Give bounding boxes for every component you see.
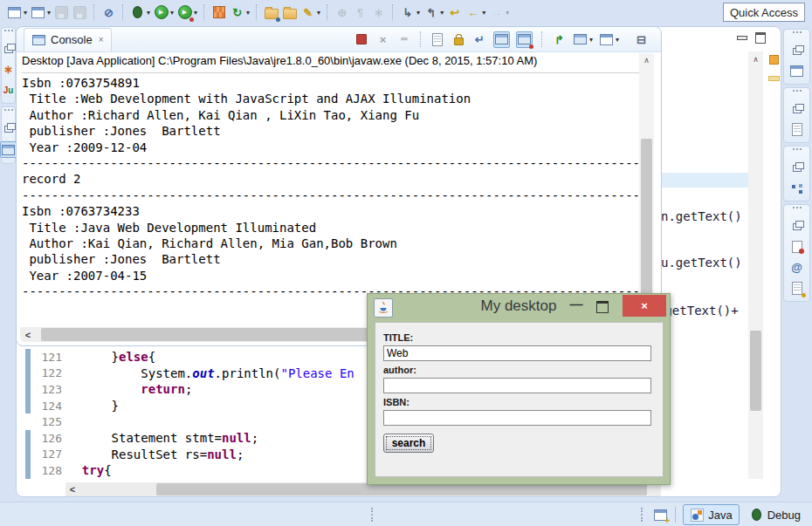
- word-wrap-icon-button[interactable]: ↵: [471, 30, 489, 49]
- scroll-lock-icon-button[interactable]: [450, 30, 468, 49]
- restore-view-icon[interactable]: [1, 120, 16, 135]
- console-vertical-scrollbar[interactable]: ∧: [639, 53, 654, 326]
- debug-icon-button[interactable]: ▾: [128, 3, 152, 22]
- dialog-maximize-icon[interactable]: [596, 301, 609, 313]
- console-output[interactable]: Isbn :0763754891 Title :Web Development …: [22, 75, 638, 324]
- run-icon-button[interactable]: ▶▾: [152, 3, 175, 22]
- debug-icon[interactable]: [130, 5, 145, 20]
- previous-annotation-icon[interactable]: ↰: [423, 5, 438, 20]
- pin-console-icon[interactable]: ↱: [552, 32, 567, 47]
- dropdown-arrow-icon[interactable]: ▾: [482, 9, 485, 17]
- scrollbar-thumb[interactable]: [156, 483, 647, 495]
- scroll-up-icon[interactable]: ∧: [748, 51, 763, 64]
- dropdown-arrow-icon[interactable]: ▾: [317, 9, 320, 17]
- run-coverage-icon[interactable]: ▶: [177, 5, 192, 20]
- drag-handle[interactable]: [4, 30, 13, 34]
- author-input[interactable]: [383, 378, 651, 393]
- save-all-icon[interactable]: [72, 5, 87, 20]
- tab-console[interactable]: Console ×: [24, 28, 112, 51]
- display-console-icon[interactable]: [573, 32, 588, 47]
- show-stdout-icon-button[interactable]: [492, 30, 512, 49]
- overview-annotation-marker[interactable]: [769, 55, 779, 65]
- open-folder-icon-button[interactable]: [280, 3, 299, 22]
- drag-handle[interactable]: [793, 207, 802, 211]
- skip-breakpoints-icon[interactable]: ⊘: [101, 5, 116, 20]
- dialog-close-icon[interactable]: ×: [623, 295, 666, 317]
- import-projects-icon-button[interactable]: [262, 3, 280, 22]
- back-icon-button[interactable]: ←▾: [464, 3, 487, 22]
- next-annotation-icon-button[interactable]: ↳▾: [398, 3, 422, 22]
- remove-launch-icon[interactable]: ×: [375, 32, 390, 47]
- new-java-class-icon-button[interactable]: ▾: [29, 3, 52, 22]
- call-hierarchy-icon[interactable]: ∗: [1, 62, 16, 77]
- restore-view-icon[interactable]: [1, 41, 16, 56]
- code-fragment[interactable]: u.getText(): [661, 256, 742, 270]
- refresh-icon[interactable]: ↻: [230, 5, 244, 20]
- view-menu-icon[interactable]: ⊟: [634, 32, 649, 47]
- last-edit-location-icon[interactable]: ↩: [447, 5, 462, 20]
- scrollbar-thumb[interactable]: [750, 331, 761, 411]
- open-type-icon[interactable]: [211, 5, 226, 20]
- console-view-icon[interactable]: [0, 141, 17, 158]
- scroll-lock-icon[interactable]: [451, 32, 466, 47]
- dropdown-arrow-icon[interactable]: ▾: [616, 36, 619, 44]
- view-menu-icon-button[interactable]: ⊟: [632, 30, 650, 49]
- drag-handle[interactable]: [793, 90, 802, 94]
- terminate-icon[interactable]: [354, 32, 369, 47]
- dropdown-arrow-icon[interactable]: ▾: [147, 9, 150, 17]
- new-wizard-icon-button[interactable]: ▾: [5, 3, 29, 22]
- new-java-class-icon[interactable]: [31, 5, 45, 20]
- search-button[interactable]: search: [383, 434, 434, 453]
- dropdown-arrow-icon[interactable]: ▾: [506, 9, 509, 17]
- previous-annotation-icon-button[interactable]: ↰▾: [422, 3, 445, 22]
- format-icon[interactable]: ¶: [353, 5, 368, 20]
- scroll-left-icon[interactable]: <: [65, 484, 79, 495]
- dropdown-arrow-icon[interactable]: ▾: [416, 9, 420, 17]
- back-icon[interactable]: ←: [465, 5, 480, 20]
- show-stderr-icon[interactable]: [516, 31, 533, 48]
- dropdown-arrow-icon[interactable]: ▾: [170, 9, 174, 17]
- skip-breakpoints-icon-button[interactable]: ⊘: [100, 3, 118, 22]
- drag-handle[interactable]: [641, 508, 645, 522]
- outline-view-icon[interactable]: [789, 122, 804, 137]
- open-perspective-icon[interactable]: [653, 508, 668, 523]
- dropdown-arrow-icon[interactable]: ▾: [440, 9, 444, 17]
- refresh-icon-button[interactable]: ↻▾: [228, 3, 251, 22]
- dropdown-arrow-icon[interactable]: ▾: [194, 9, 197, 17]
- clear-console-icon-button[interactable]: [429, 30, 447, 49]
- code-fragment[interactable]: n.getText(): [661, 209, 742, 223]
- save-icon[interactable]: [54, 5, 69, 20]
- scroll-left-icon[interactable]: <: [20, 330, 36, 340]
- import-projects-icon[interactable]: [264, 5, 279, 20]
- new-wizard-icon[interactable]: [7, 5, 22, 20]
- drag-handle[interactable]: [793, 31, 802, 36]
- restore-view-icon[interactable]: [789, 101, 804, 116]
- close-tab-icon[interactable]: ×: [99, 35, 104, 44]
- dropdown-arrow-icon[interactable]: ▾: [589, 36, 593, 44]
- java-perspective-button[interactable]: Java: [683, 504, 739, 525]
- show-stdout-icon[interactable]: [493, 31, 510, 48]
- type-hierarchy-icon[interactable]: [789, 181, 804, 195]
- restore-view-icon[interactable]: [789, 218, 804, 233]
- isbn-input[interactable]: [383, 410, 651, 426]
- terminate-icon-button[interactable]: [353, 30, 371, 49]
- overview-occurrence-marker[interactable]: [768, 76, 780, 81]
- remove-launch-icon-button[interactable]: ×: [374, 30, 392, 49]
- display-console-icon-button[interactable]: ▾: [571, 30, 595, 49]
- javadoc-view-icon[interactable]: @: [789, 260, 804, 275]
- pin-console-icon-button[interactable]: ↱: [550, 30, 568, 49]
- junit-view-icon[interactable]: Ju: [1, 83, 16, 98]
- quick-access-box[interactable]: Quick Access: [723, 3, 805, 22]
- dropdown-arrow-icon[interactable]: ▾: [24, 9, 27, 17]
- show-stderr-icon-button[interactable]: [514, 30, 534, 49]
- next-annotation-icon[interactable]: ↳: [400, 5, 415, 20]
- search-icon[interactable]: ∗: [371, 5, 386, 20]
- dialog-minimize-icon[interactable]: —: [567, 297, 586, 318]
- open-console-icon[interactable]: [599, 32, 614, 47]
- dropdown-arrow-icon[interactable]: ▾: [47, 9, 51, 17]
- open-folder-icon[interactable]: [282, 5, 297, 20]
- restore-view-icon[interactable]: [789, 160, 804, 174]
- dialog-titlebar[interactable]: My desktop — ×: [368, 294, 670, 321]
- forward-icon[interactable]: →: [489, 5, 504, 20]
- word-wrap-icon[interactable]: ↵: [472, 32, 487, 47]
